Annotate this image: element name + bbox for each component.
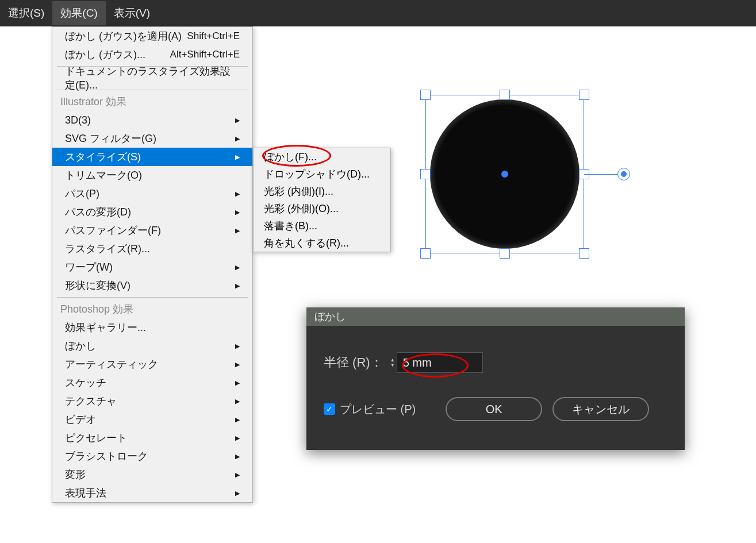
label: 効果ギャラリー... xyxy=(65,321,146,334)
stepper-up-icon[interactable]: ▲ xyxy=(389,358,397,363)
menu-path[interactable]: パス(P) ▶ xyxy=(52,184,252,203)
label: ブラシストローク xyxy=(65,449,148,463)
menu-svg-filter[interactable]: SVG フィルター(G) ▶ xyxy=(52,129,252,148)
label: ぼかし (ガウス)... xyxy=(65,48,145,61)
center-point[interactable] xyxy=(501,171,508,178)
label: パスファインダー(F) xyxy=(65,224,161,237)
submenu-round-corner[interactable]: 角を丸くする(R)... xyxy=(254,234,390,252)
resize-handle-n[interactable] xyxy=(500,90,510,100)
stepper-down-icon[interactable]: ▼ xyxy=(389,363,397,368)
resize-handle-sw[interactable] xyxy=(420,248,431,259)
label: ワープ(W) xyxy=(65,260,113,274)
label: パスの変形(D) xyxy=(65,205,131,219)
menu-trim-mark[interactable]: トリムマーク(O) xyxy=(52,166,252,184)
label: ドキュメントのラスタライズ効果設定(E)... xyxy=(65,64,240,92)
label: 形状に変換(V) xyxy=(65,279,131,292)
chevron-right-icon: ▶ xyxy=(235,282,240,290)
menu-pixelate[interactable]: ピクセレート ▶ xyxy=(52,429,252,447)
shortcut: Alt+Shift+Ctrl+E xyxy=(170,49,240,60)
chevron-right-icon: ▶ xyxy=(235,453,240,460)
menu-path-deform[interactable]: パスの変形(D) ▶ xyxy=(52,203,252,221)
menubar: 選択(S) 効果(C) 表示(V) xyxy=(0,0,756,26)
label: 3D(3) xyxy=(65,114,91,126)
submenu-blur[interactable]: ぼかし(F)... xyxy=(254,148,390,165)
chevron-right-icon: ▶ xyxy=(235,490,240,497)
label: スケッチ xyxy=(65,376,106,390)
photoshop-header: Photoshop 効果 xyxy=(52,300,252,318)
chevron-right-icon: ▶ xyxy=(235,471,240,479)
menu-select[interactable]: 選択(S) xyxy=(0,1,52,25)
rotate-stem xyxy=(584,174,620,175)
radius-label: 半径 (R)： xyxy=(324,354,383,371)
menu-apply-blur-gauss[interactable]: ぼかし (ガウス)を適用(A) Shift+Ctrl+E xyxy=(52,27,252,45)
menu-blur-ps[interactable]: ぼかし ▶ xyxy=(52,337,252,355)
preview-checkbox[interactable]: ✓ xyxy=(324,403,335,415)
resize-handle-s[interactable] xyxy=(500,248,510,259)
label: 変形 xyxy=(65,468,86,482)
shortcut: Shift+Ctrl+E xyxy=(187,30,240,42)
chevron-right-icon: ▶ xyxy=(235,153,240,161)
dialog-title[interactable]: ぼかし xyxy=(306,307,685,326)
label: トリムマーク(O) xyxy=(65,168,142,182)
menu-deform[interactable]: 変形 ▶ xyxy=(52,465,252,484)
dialog-actions: ✓ プレビュー (P) OK キャンセル xyxy=(324,397,667,421)
menu-effect[interactable]: 効果(C) xyxy=(52,1,105,25)
rotate-handle[interactable] xyxy=(617,168,630,180)
label: アーティスティック xyxy=(65,357,158,371)
menu-texture[interactable]: テクスチャ ▶ xyxy=(52,392,252,410)
chevron-right-icon: ▶ xyxy=(235,190,240,198)
chevron-right-icon: ▶ xyxy=(235,434,240,442)
menu-warp[interactable]: ワープ(W) ▶ xyxy=(52,258,252,276)
label: 落書き(B)... xyxy=(264,219,317,233)
chevron-right-icon: ▶ xyxy=(235,416,240,423)
preview-checkbox-wrap[interactable]: ✓ プレビュー (P) xyxy=(324,402,416,417)
label: ぼかし (ガウス)を適用(A) xyxy=(65,29,182,43)
menu-expression[interactable]: 表現手法 ▶ xyxy=(52,484,252,502)
label: Illustrator 効果 xyxy=(60,95,126,109)
resize-handle-w[interactable] xyxy=(420,169,431,179)
menu-brush-stroke[interactable]: ブラシストローク ▶ xyxy=(52,447,252,465)
blur-dialog: ぼかし 半径 (R)： ▲ ▼ ✓ プレビュー (P) OK キャンセル xyxy=(306,307,685,450)
cancel-button[interactable]: キャンセル xyxy=(552,397,649,421)
submenu-outer-glow[interactable]: 光彩 (外側)(O)... xyxy=(254,200,390,217)
label: ぼかし xyxy=(65,339,96,353)
menu-view[interactable]: 表示(V) xyxy=(106,1,158,25)
chevron-right-icon: ▶ xyxy=(235,227,240,234)
label: ドロップシャドウ(D)... xyxy=(264,167,370,181)
radius-stepper[interactable]: ▲ ▼ xyxy=(389,358,397,368)
separator xyxy=(57,297,248,298)
submenu-scribble[interactable]: 落書き(B)... xyxy=(254,217,390,234)
radius-input[interactable] xyxy=(397,352,483,373)
menu-effect-gallery[interactable]: 効果ギャラリー... xyxy=(52,318,252,337)
menu-pathfinder[interactable]: パスファインダー(F) ▶ xyxy=(52,221,252,240)
menu-3d[interactable]: 3D(3) ▶ xyxy=(52,111,252,129)
menu-doc-raster[interactable]: ドキュメントのラスタライズ効果設定(E)... xyxy=(52,69,252,87)
label: ぼかし(F)... xyxy=(264,150,317,164)
resize-handle-se[interactable] xyxy=(579,248,589,259)
submenu-inner-glow[interactable]: 光彩 (内側)(I)... xyxy=(254,183,390,200)
chevron-right-icon: ▶ xyxy=(235,361,240,368)
label: Photoshop 効果 xyxy=(60,302,133,316)
label: 光彩 (外側)(O)... xyxy=(264,202,339,215)
label: 角を丸くする(R)... xyxy=(264,236,349,250)
label: スタイライズ(S) xyxy=(65,150,141,164)
resize-handle-ne[interactable] xyxy=(579,90,589,100)
menu-video[interactable]: ビデオ ▶ xyxy=(52,410,252,429)
label: 光彩 (内側)(I)... xyxy=(264,184,333,198)
ok-button[interactable]: OK xyxy=(446,397,542,421)
label: 表現手法 xyxy=(65,486,106,500)
menu-stylize[interactable]: スタイライズ(S) ▶ xyxy=(52,148,252,166)
submenu-drop-shadow[interactable]: ドロップシャドウ(D)... xyxy=(254,165,390,183)
preview-label: プレビュー (P) xyxy=(340,402,416,417)
menu-artistic[interactable]: アーティスティック ▶ xyxy=(52,355,252,373)
menu-blur-gauss[interactable]: ぼかし (ガウス)... Alt+Shift+Ctrl+E xyxy=(52,45,252,64)
effect-dropdown: ぼかし (ガウス)を適用(A) Shift+Ctrl+E ぼかし (ガウス)..… xyxy=(52,26,253,503)
label: SVG フィルター(G) xyxy=(65,132,156,145)
menu-convert-shape[interactable]: 形状に変換(V) ▶ xyxy=(52,276,252,295)
label: テクスチャ xyxy=(65,394,117,408)
chevron-right-icon: ▶ xyxy=(235,342,240,350)
resize-handle-nw[interactable] xyxy=(420,90,431,100)
stylize-submenu: ぼかし(F)... ドロップシャドウ(D)... 光彩 (内側)(I)... 光… xyxy=(253,148,391,252)
menu-sketch[interactable]: スケッチ ▶ xyxy=(52,373,252,392)
menu-rasterize[interactable]: ラスタライズ(R)... xyxy=(52,240,252,258)
